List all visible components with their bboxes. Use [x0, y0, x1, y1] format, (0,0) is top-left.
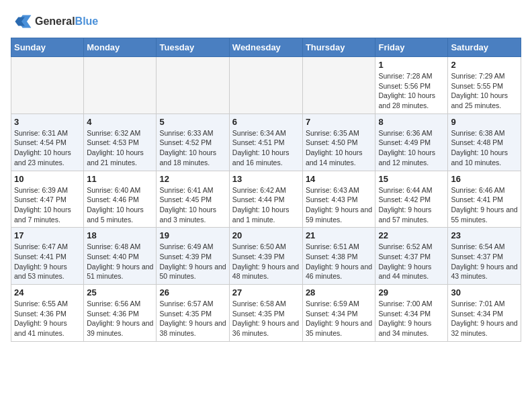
day-info: Sunrise: 6:41 AM Sunset: 4:45 PM Dayligh…: [159, 185, 226, 225]
calendar-cell: [302, 57, 375, 114]
day-info: Sunrise: 6:48 AM Sunset: 4:40 PM Dayligh…: [87, 242, 153, 281]
day-info: Sunrise: 6:43 AM Sunset: 4:43 PM Dayligh…: [306, 185, 373, 225]
day-number: 26: [159, 287, 226, 298]
day-info: Sunrise: 6:50 AM Sunset: 4:39 PM Dayligh…: [232, 242, 300, 281]
calendar-cell: 17Sunrise: 6:47 AM Sunset: 4:41 PM Dayli…: [11, 228, 84, 285]
day-number: 1: [378, 60, 445, 70]
page-header: GeneralBlue: [11, 11, 521, 32]
day-info: Sunrise: 6:51 AM Sunset: 4:38 PM Dayligh…: [306, 242, 373, 281]
day-number: 21: [306, 230, 373, 240]
day-number: 20: [232, 230, 300, 240]
day-number: 29: [378, 287, 445, 298]
calendar-cell: 26Sunrise: 6:57 AM Sunset: 4:35 PM Dayli…: [157, 285, 229, 342]
calendar-cell: 15Sunrise: 6:44 AM Sunset: 4:42 PM Dayli…: [375, 171, 448, 228]
calendar-cell: 4Sunrise: 6:32 AM Sunset: 4:53 PM Daylig…: [84, 113, 157, 171]
calendar-cell: 12Sunrise: 6:41 AM Sunset: 4:45 PM Dayli…: [157, 171, 229, 228]
header-saturday: Saturday: [448, 38, 521, 57]
day-number: 19: [159, 230, 226, 240]
day-info: Sunrise: 7:28 AM Sunset: 5:56 PM Dayligh…: [378, 71, 445, 111]
calendar-week-2: 3Sunrise: 6:31 AM Sunset: 4:54 PM Daylig…: [11, 113, 521, 171]
calendar-week-3: 10Sunrise: 6:39 AM Sunset: 4:47 PM Dayli…: [11, 171, 521, 228]
calendar-cell: 8Sunrise: 6:36 AM Sunset: 4:49 PM Daylig…: [375, 113, 448, 171]
day-info: Sunrise: 6:58 AM Sunset: 4:35 PM Dayligh…: [232, 299, 300, 338]
calendar-cell: 2Sunrise: 7:29 AM Sunset: 5:55 PM Daylig…: [448, 57, 521, 114]
day-info: Sunrise: 6:35 AM Sunset: 4:50 PM Dayligh…: [306, 128, 373, 168]
calendar-cell: [157, 57, 229, 114]
day-info: Sunrise: 6:54 AM Sunset: 4:37 PM Dayligh…: [451, 242, 518, 281]
header-monday: Monday: [84, 38, 157, 57]
calendar-cell: 29Sunrise: 7:00 AM Sunset: 4:34 PM Dayli…: [375, 285, 448, 342]
header-sunday: Sunday: [11, 38, 84, 57]
calendar-cell: 30Sunrise: 7:01 AM Sunset: 4:34 PM Dayli…: [448, 285, 521, 342]
day-info: Sunrise: 6:31 AM Sunset: 4:54 PM Dayligh…: [14, 128, 81, 168]
calendar-week-4: 17Sunrise: 6:47 AM Sunset: 4:41 PM Dayli…: [11, 228, 521, 285]
calendar-cell: 22Sunrise: 6:52 AM Sunset: 4:37 PM Dayli…: [375, 228, 448, 285]
day-number: 15: [378, 174, 445, 184]
calendar-cell: 23Sunrise: 6:54 AM Sunset: 4:37 PM Dayli…: [448, 228, 521, 285]
day-number: 2: [451, 60, 518, 70]
calendar-header-row: SundayMondayTuesdayWednesdayThursdayFrid…: [11, 38, 521, 57]
day-info: Sunrise: 7:01 AM Sunset: 4:34 PM Dayligh…: [451, 299, 518, 338]
day-number: 4: [87, 117, 153, 127]
day-info: Sunrise: 6:39 AM Sunset: 4:47 PM Dayligh…: [14, 185, 81, 225]
header-thursday: Thursday: [302, 38, 375, 57]
day-info: Sunrise: 6:40 AM Sunset: 4:46 PM Dayligh…: [87, 185, 153, 225]
day-info: Sunrise: 6:32 AM Sunset: 4:53 PM Dayligh…: [87, 128, 153, 168]
calendar-cell: 7Sunrise: 6:35 AM Sunset: 4:50 PM Daylig…: [302, 113, 375, 171]
day-info: Sunrise: 6:56 AM Sunset: 4:36 PM Dayligh…: [87, 299, 153, 338]
day-number: 6: [232, 117, 300, 127]
day-number: 9: [451, 117, 518, 127]
day-number: 30: [451, 287, 518, 298]
day-number: 22: [378, 230, 445, 240]
day-number: 27: [232, 287, 300, 298]
day-number: 8: [378, 117, 445, 127]
logo: GeneralBlue: [11, 11, 98, 32]
calendar-cell: 9Sunrise: 6:38 AM Sunset: 4:48 PM Daylig…: [448, 113, 521, 171]
header-tuesday: Tuesday: [157, 38, 229, 57]
day-number: 16: [451, 174, 518, 184]
day-number: 14: [306, 174, 373, 184]
day-number: 24: [14, 287, 81, 298]
day-info: Sunrise: 6:57 AM Sunset: 4:35 PM Dayligh…: [159, 299, 226, 338]
calendar-cell: 27Sunrise: 6:58 AM Sunset: 4:35 PM Dayli…: [229, 285, 302, 342]
calendar-cell: 14Sunrise: 6:43 AM Sunset: 4:43 PM Dayli…: [302, 171, 375, 228]
day-info: Sunrise: 6:47 AM Sunset: 4:41 PM Dayligh…: [14, 242, 81, 281]
logo-icon: [11, 11, 32, 32]
calendar-cell: 3Sunrise: 6:31 AM Sunset: 4:54 PM Daylig…: [11, 113, 84, 171]
day-info: Sunrise: 6:34 AM Sunset: 4:51 PM Dayligh…: [232, 128, 300, 168]
calendar-cell: 19Sunrise: 6:49 AM Sunset: 4:39 PM Dayli…: [157, 228, 229, 285]
calendar-cell: 21Sunrise: 6:51 AM Sunset: 4:38 PM Dayli…: [302, 228, 375, 285]
calendar-cell: 13Sunrise: 6:42 AM Sunset: 4:44 PM Dayli…: [229, 171, 302, 228]
day-number: 10: [14, 174, 81, 184]
day-info: Sunrise: 6:49 AM Sunset: 4:39 PM Dayligh…: [159, 242, 226, 281]
day-info: Sunrise: 6:52 AM Sunset: 4:37 PM Dayligh…: [378, 242, 445, 281]
day-number: 3: [14, 117, 81, 127]
day-info: Sunrise: 6:38 AM Sunset: 4:48 PM Dayligh…: [451, 128, 518, 168]
calendar-week-1: 1Sunrise: 7:28 AM Sunset: 5:56 PM Daylig…: [11, 57, 521, 114]
calendar-cell: [11, 57, 84, 114]
day-number: 12: [159, 174, 226, 184]
calendar-week-5: 24Sunrise: 6:55 AM Sunset: 4:36 PM Dayli…: [11, 285, 521, 342]
calendar-cell: 16Sunrise: 6:46 AM Sunset: 4:41 PM Dayli…: [448, 171, 521, 228]
day-number: 5: [159, 117, 226, 127]
calendar-cell: 28Sunrise: 6:59 AM Sunset: 4:34 PM Dayli…: [302, 285, 375, 342]
calendar: SundayMondayTuesdayWednesdayThursdayFrid…: [11, 38, 521, 342]
day-info: Sunrise: 6:33 AM Sunset: 4:52 PM Dayligh…: [159, 128, 226, 168]
day-number: 18: [87, 230, 153, 240]
calendar-cell: 20Sunrise: 6:50 AM Sunset: 4:39 PM Dayli…: [229, 228, 302, 285]
day-info: Sunrise: 6:42 AM Sunset: 4:44 PM Dayligh…: [232, 185, 300, 225]
day-info: Sunrise: 6:55 AM Sunset: 4:36 PM Dayligh…: [14, 299, 81, 338]
day-info: Sunrise: 7:29 AM Sunset: 5:55 PM Dayligh…: [451, 71, 518, 111]
day-number: 13: [232, 174, 300, 184]
calendar-cell: 11Sunrise: 6:40 AM Sunset: 4:46 PM Dayli…: [84, 171, 157, 228]
calendar-cell: 18Sunrise: 6:48 AM Sunset: 4:40 PM Dayli…: [84, 228, 157, 285]
day-info: Sunrise: 6:36 AM Sunset: 4:49 PM Dayligh…: [378, 128, 445, 168]
day-number: 7: [306, 117, 373, 127]
calendar-cell: [229, 57, 302, 114]
day-info: Sunrise: 7:00 AM Sunset: 4:34 PM Dayligh…: [378, 299, 445, 338]
day-info: Sunrise: 6:59 AM Sunset: 4:34 PM Dayligh…: [306, 299, 373, 338]
day-info: Sunrise: 6:44 AM Sunset: 4:42 PM Dayligh…: [378, 185, 445, 225]
calendar-cell: 6Sunrise: 6:34 AM Sunset: 4:51 PM Daylig…: [229, 113, 302, 171]
calendar-cell: 5Sunrise: 6:33 AM Sunset: 4:52 PM Daylig…: [157, 113, 229, 171]
calendar-cell: 25Sunrise: 6:56 AM Sunset: 4:36 PM Dayli…: [84, 285, 157, 342]
